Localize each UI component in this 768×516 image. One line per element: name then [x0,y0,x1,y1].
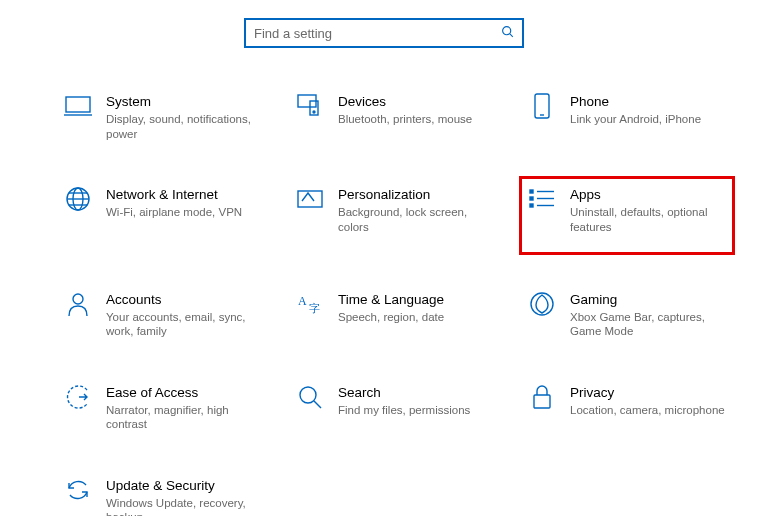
tile-time[interactable]: A字 Time & Language Speech, region, date [294,288,496,341]
svg-rect-17 [530,204,533,207]
tile-title: Apps [570,187,722,203]
svg-line-1 [510,34,513,37]
tile-devices[interactable]: Devices Bluetooth, printers, mouse [294,90,496,143]
tile-title: Ease of Access [106,385,262,401]
search-container [0,0,768,90]
lock-icon [528,383,556,411]
ease-of-access-icon [64,383,92,411]
accounts-icon [64,290,92,318]
tile-desc: Find my files, permissions [338,403,470,417]
tile-desc: Location, camera, microphone [570,403,725,417]
tile-update[interactable]: Update & Security Windows Update, recove… [62,474,264,516]
tile-title: Network & Internet [106,187,242,203]
svg-point-21 [73,294,83,304]
apps-icon [528,185,556,213]
tile-desc: Bluetooth, printers, mouse [338,112,472,126]
tile-title: Devices [338,94,472,110]
tile-desc: Xbox Game Bar, captures, Game Mode [570,310,726,339]
tile-title: Gaming [570,292,726,308]
tile-search[interactable]: Search Find my files, permissions [294,381,496,434]
personalization-icon [296,185,324,213]
tile-system[interactable]: System Display, sound, notifications, po… [62,90,264,143]
update-icon [64,476,92,504]
svg-point-24 [531,293,553,315]
settings-grid: System Display, sound, notifications, po… [0,90,768,516]
svg-rect-27 [534,395,550,408]
tile-accounts[interactable]: Accounts Your accounts, email, sync, wor… [62,288,264,341]
devices-icon [296,92,324,120]
system-icon [64,92,92,120]
svg-rect-16 [530,197,533,200]
svg-rect-15 [530,190,533,193]
phone-icon [528,92,556,120]
tile-title: Update & Security [106,478,262,494]
tile-desc: Wi-Fi, airplane mode, VPN [106,205,242,219]
gaming-icon [528,290,556,318]
tile-title: Accounts [106,292,262,308]
tile-title: Personalization [338,187,494,203]
svg-point-25 [300,387,316,403]
tile-privacy[interactable]: Privacy Location, camera, microphone [526,381,728,434]
tile-title: System [106,94,262,110]
svg-rect-14 [298,191,322,207]
tile-desc: Your accounts, email, sync, work, family [106,310,262,339]
tile-desc: Background, lock screen, colors [338,205,494,234]
tile-title: Phone [570,94,701,110]
tile-desc: Uninstall, defaults, optional features [570,205,722,234]
tile-gaming[interactable]: Gaming Xbox Game Bar, captures, Game Mod… [526,288,728,341]
tile-desc: Narrator, magnifier, high contrast [106,403,262,432]
tile-phone[interactable]: Phone Link your Android, iPhone [526,90,728,143]
tile-desc: Speech, region, date [338,310,444,324]
search-category-icon [296,383,324,411]
search-input[interactable] [254,26,501,41]
globe-icon [64,185,92,213]
tile-desc: Link your Android, iPhone [570,112,701,126]
time-language-icon: A字 [296,290,324,318]
tile-personalization[interactable]: Personalization Background, lock screen,… [294,183,496,248]
tile-title: Time & Language [338,292,444,308]
svg-text:A: A [298,294,307,308]
svg-point-6 [313,111,315,113]
search-icon [501,25,514,41]
tile-title: Search [338,385,470,401]
tile-title: Privacy [570,385,725,401]
svg-point-0 [503,27,511,35]
svg-rect-2 [66,97,90,112]
tile-apps[interactable]: Apps Uninstall, defaults, optional featu… [526,183,728,248]
svg-line-26 [314,401,321,408]
tile-network[interactable]: Network & Internet Wi-Fi, airplane mode,… [62,183,264,248]
search-box[interactable] [244,18,524,48]
tile-desc: Windows Update, recovery, backup [106,496,262,516]
tile-desc: Display, sound, notifications, power [106,112,262,141]
tile-ease-of-access[interactable]: Ease of Access Narrator, magnifier, high… [62,381,264,434]
svg-text:字: 字 [309,302,320,314]
